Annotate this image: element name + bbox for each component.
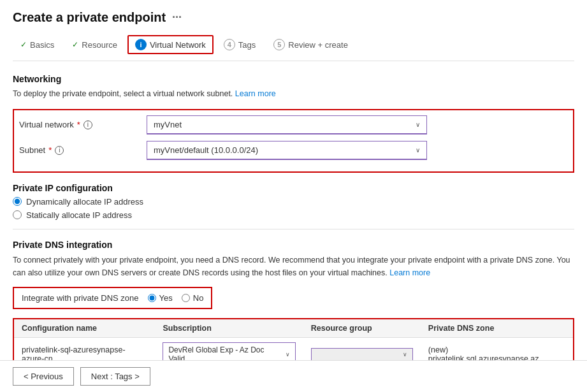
step-circle-tags: 4 (224, 39, 235, 50)
virtual-network-select[interactable]: myVnet ∨ (147, 115, 427, 134)
virtual-network-row: Virtual network * i myVnet ∨ (19, 115, 568, 134)
static-ip-option[interactable]: Statically allocate IP address (13, 210, 574, 220)
integrate-yes-radio[interactable] (148, 294, 156, 302)
subnet-row: Subnet * i myVnet/default (10.0.0.0/24) … (19, 141, 568, 160)
dynamic-ip-radio[interactable] (13, 197, 22, 206)
ip-config-section: Private IP configuration Dynamically all… (13, 183, 574, 220)
integrate-yes-option[interactable]: Yes (148, 293, 173, 303)
col-config-name: Configuration name (14, 319, 155, 338)
integrate-no-option[interactable]: No (182, 293, 204, 303)
tab-virtual-network[interactable]: i Virtual Network (127, 35, 214, 54)
footer: < Previous Next : Tags > (0, 360, 587, 392)
subnet-value: myVnet/default (10.0.0.0/24) (154, 145, 258, 155)
integrate-yes-label: Yes (159, 293, 173, 303)
subnet-label: Subnet * i (19, 145, 147, 155)
tab-resource-label: Resource (82, 40, 117, 50)
virtual-network-box: Virtual network * i myVnet ∨ Subnet (13, 109, 574, 173)
wizard-tabs: ✓ Basics ✓ Resource i Virtual Network 4 … (13, 35, 574, 61)
check-icon-basics: ✓ (20, 40, 27, 49)
tab-tags[interactable]: 4 Tags (216, 35, 263, 54)
static-ip-radio[interactable] (13, 210, 22, 219)
col-dns-zone: Private DNS zone (421, 319, 573, 338)
ellipsis-icon[interactable]: ··· (172, 11, 182, 24)
resource-group-select[interactable]: ∨ (311, 348, 413, 361)
integrate-label: Integrate with private DNS zone (22, 293, 139, 303)
ip-config-title: Private IP configuration (13, 183, 574, 193)
subnet-info-icon[interactable]: i (55, 146, 64, 155)
tab-vnet-label: Virtual Network (150, 40, 206, 50)
integrate-row-wrapper: Integrate with private DNS zone Yes No (13, 287, 574, 309)
networking-learn-more[interactable]: Learn more (235, 89, 276, 98)
vnet-info-icon[interactable]: i (83, 120, 92, 129)
check-icon-resource: ✓ (72, 40, 78, 49)
dns-table-header-row: Configuration name Subscription Resource… (14, 319, 573, 338)
next-button[interactable]: Next : Tags > (80, 367, 150, 386)
step-circle-vnet: i (135, 39, 147, 50)
networking-desc-text: To deploy the private endpoint, select a… (13, 89, 233, 98)
integrate-no-radio[interactable] (182, 294, 190, 302)
subscription-chevron: ∨ (286, 351, 290, 358)
networking-section: Networking To deploy the private endpoin… (13, 74, 574, 173)
networking-title: Networking (13, 74, 574, 84)
previous-button[interactable]: < Previous (13, 367, 74, 386)
section-divider (13, 229, 574, 229)
integrate-row: Integrate with private DNS zone Yes No (13, 287, 212, 309)
tab-basics-label: Basics (30, 40, 54, 50)
dns-section: Private DNS integration To connect priva… (13, 240, 574, 373)
col-subscription: Subscription (155, 319, 303, 338)
virtual-network-label: Virtual network * i (19, 120, 147, 129)
ip-config-radio-group: Dynamically allocate IP address Statical… (13, 197, 574, 220)
vnet-value: myVnet (154, 120, 182, 129)
title-text: Create a private endpoint (13, 10, 166, 25)
resource-group-chevron: ∨ (403, 351, 407, 358)
dynamic-ip-option[interactable]: Dynamically allocate IP address (13, 197, 574, 207)
subnet-required: * (48, 145, 52, 155)
dns-desc-text: To connect privately with your private e… (13, 256, 570, 277)
subnet-chevron: ∨ (416, 147, 420, 154)
dns-learn-more[interactable]: Learn more (389, 268, 430, 277)
step-circle-review: 5 (273, 39, 285, 50)
static-ip-label: Statically allocate IP address (26, 210, 132, 220)
subnet-control: myVnet/default (10.0.0.0/24) ∨ (147, 141, 427, 160)
dns-title: Private DNS integration (13, 240, 574, 250)
dns-desc: To connect privately with your private e… (13, 254, 574, 279)
integrate-no-label: No (193, 293, 204, 303)
tab-resource[interactable]: ✓ Resource (64, 36, 125, 54)
networking-desc: To deploy the private endpoint, select a… (13, 88, 574, 100)
tab-review-label: Review + create (288, 40, 348, 50)
dynamic-ip-label: Dynamically allocate IP address (26, 197, 143, 207)
col-resource-group: Resource group (303, 319, 421, 338)
tab-tags-label: Tags (238, 40, 256, 50)
tab-basics[interactable]: ✓ Basics (13, 36, 62, 54)
tab-review[interactable]: 5 Review + create (266, 35, 356, 54)
page-title: Create a private endpoint ··· (13, 10, 574, 25)
vnet-required: * (77, 120, 80, 129)
vnet-chevron: ∨ (416, 121, 420, 128)
subnet-select[interactable]: myVnet/default (10.0.0.0/24) ∨ (147, 141, 427, 160)
virtual-network-control: myVnet ∨ (147, 115, 427, 134)
